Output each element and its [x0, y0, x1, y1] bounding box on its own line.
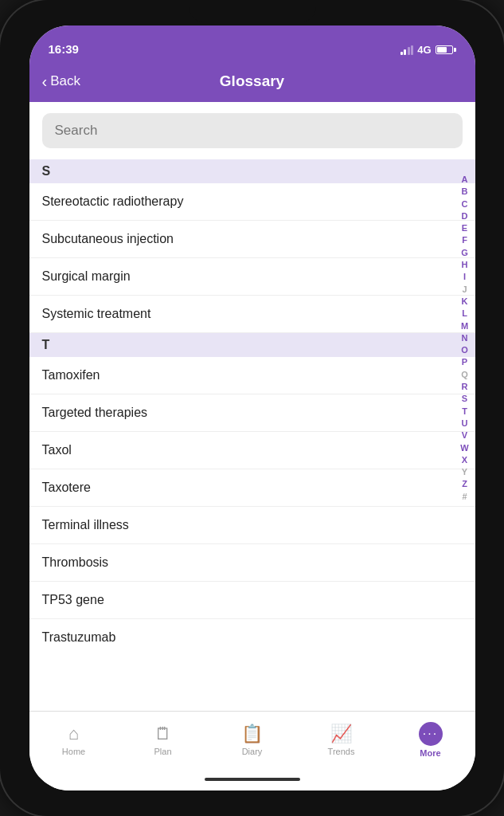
phone-frame: 16:39 4G ‹ Ba	[0, 0, 504, 816]
alpha-index[interactable]: A B C D E F G H I J K L M N O P Q R S T	[458, 166, 472, 663]
search-input[interactable]	[42, 113, 463, 148]
search-container	[29, 102, 475, 159]
alpha-R[interactable]: R	[458, 381, 472, 392]
alpha-L[interactable]: L	[458, 308, 472, 319]
alpha-hash[interactable]: #	[458, 491, 472, 502]
home-indicator	[29, 768, 475, 790]
alpha-K[interactable]: K	[458, 296, 472, 307]
nav-label-home: Home	[62, 747, 85, 756]
notch	[189, 0, 316, 22]
alpha-T[interactable]: T	[458, 406, 472, 417]
battery-icon	[436, 45, 456, 54]
more-icon: ···	[419, 722, 443, 746]
list-item[interactable]: Surgical margin	[29, 258, 475, 296]
nav-label-more: More	[420, 748, 440, 758]
list-item[interactable]: Tamoxifen	[29, 357, 475, 394]
list-item[interactable]: Taxol	[29, 432, 475, 469]
back-label: Back	[50, 73, 80, 89]
list-item[interactable]: TP53 gene	[29, 582, 475, 619]
back-chevron-icon: ‹	[42, 73, 48, 89]
list-item[interactable]: Trastuzumab	[29, 619, 475, 656]
nav-label-trends: Trends	[328, 747, 355, 756]
alpha-A[interactable]: A	[458, 174, 472, 185]
trends-icon: 📈	[330, 724, 352, 744]
alpha-I[interactable]: I	[458, 271, 472, 282]
home-bar	[205, 778, 300, 781]
alpha-S[interactable]: S	[458, 393, 472, 404]
network-label: 4G	[417, 44, 431, 56]
diary-icon: 📋	[241, 724, 263, 744]
page-title: Glossary	[220, 73, 284, 90]
page-header: ‹ Back Glossary	[29, 61, 475, 102]
phone-screen: 16:39 4G ‹ Ba	[29, 26, 475, 790]
alpha-V[interactable]: V	[458, 430, 472, 441]
status-icons: 4G	[400, 44, 456, 56]
nav-item-diary[interactable]: 📋 Diary	[208, 724, 297, 756]
alpha-X[interactable]: X	[458, 454, 472, 465]
alpha-H[interactable]: H	[458, 259, 472, 270]
main-content[interactable]: A B C D E F G H I J K L M N O P Q R S T	[29, 102, 475, 711]
alpha-M[interactable]: M	[458, 320, 472, 332]
home-icon: ⌂	[68, 724, 79, 744]
list-item[interactable]: Taxotere	[29, 469, 475, 507]
alpha-O[interactable]: O	[458, 344, 472, 355]
nav-item-more[interactable]: ··· More	[386, 722, 475, 758]
alpha-J[interactable]: J	[458, 284, 472, 295]
list-item[interactable]: Targeted therapies	[29, 394, 475, 432]
alpha-Z[interactable]: Z	[458, 478, 472, 489]
nav-item-home[interactable]: ⌂ Home	[29, 724, 119, 756]
alpha-N[interactable]: N	[458, 332, 472, 343]
alpha-E[interactable]: E	[458, 222, 472, 233]
alpha-W[interactable]: W	[458, 442, 472, 453]
section-header-T: T	[29, 333, 475, 357]
list-item[interactable]: Thrombosis	[29, 544, 475, 582]
list-item[interactable]: Stereotactic radiotherapy	[29, 183, 475, 221]
nav-label-diary: Diary	[242, 747, 263, 756]
nav-label-plan: Plan	[154, 747, 171, 756]
alpha-B[interactable]: B	[458, 186, 472, 197]
alpha-D[interactable]: D	[458, 210, 472, 222]
list-item[interactable]: Terminal illness	[29, 507, 475, 544]
alpha-U[interactable]: U	[458, 418, 472, 429]
alpha-C[interactable]: C	[458, 198, 472, 210]
status-time: 16:39	[49, 42, 79, 56]
alpha-Q[interactable]: Q	[458, 369, 472, 380]
alpha-F[interactable]: F	[458, 234, 472, 245]
status-bar: 16:39 4G	[29, 26, 475, 61]
section-header-S: S	[29, 159, 475, 183]
alpha-G[interactable]: G	[458, 247, 472, 258]
nav-item-trends[interactable]: 📈 Trends	[297, 724, 386, 756]
back-button[interactable]: ‹ Back	[42, 73, 80, 89]
alpha-Y[interactable]: Y	[458, 466, 472, 477]
nav-item-plan[interactable]: 🗒 Plan	[119, 724, 208, 756]
alpha-P[interactable]: P	[458, 356, 472, 367]
signal-icon	[400, 45, 414, 55]
plan-icon: 🗒	[154, 724, 172, 744]
bottom-nav: ⌂ Home 🗒 Plan 📋 Diary 📈 Trends ··· More	[29, 711, 475, 768]
list-item[interactable]: Systemic treatment	[29, 296, 475, 333]
list-item[interactable]: Subcutaneous injection	[29, 221, 475, 258]
